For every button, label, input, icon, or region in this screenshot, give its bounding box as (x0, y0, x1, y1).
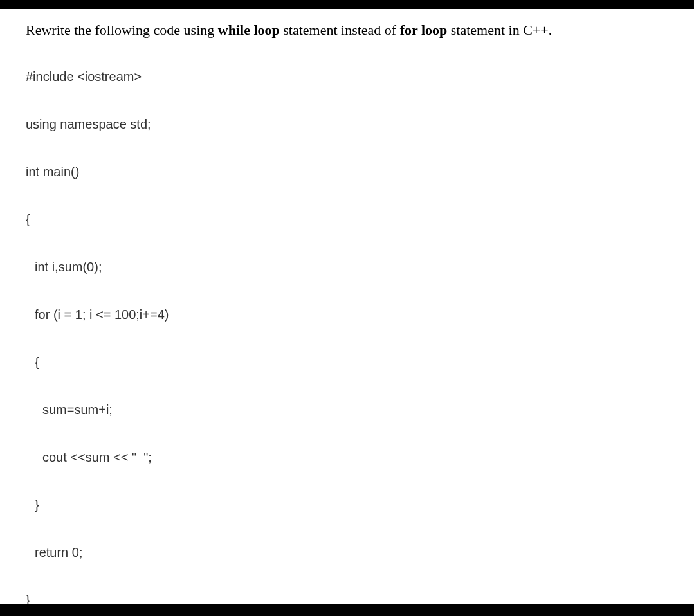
code-line-for-close: } (26, 496, 668, 513)
content-sheet: Rewrite the following code using while l… (0, 9, 694, 604)
bottom-black-bar (0, 604, 694, 616)
question-text: Rewrite the following code using while l… (26, 21, 668, 40)
code-line-for: for (i = 1; i <= 100;i+=4) (26, 306, 668, 323)
code-line-close-brace: } (26, 592, 668, 604)
code-line-sum: sum=sum+i; (26, 401, 668, 418)
code-line-include: #include <iostream> (26, 68, 668, 85)
question-suffix: statement in C++. (447, 22, 552, 38)
code-line-main: int main() (26, 163, 668, 180)
code-line-return: return 0; (26, 544, 668, 561)
code-line-cout: cout <<sum << " "; (26, 449, 668, 466)
code-line-for-open: { (26, 354, 668, 370)
code-line-using: using namespace std; (26, 116, 668, 132)
question-bold-for: for loop (400, 22, 448, 38)
code-line-open-brace: { (26, 211, 668, 228)
question-bold-while: while loop (218, 22, 280, 38)
question-mid: statement instead of (280, 22, 400, 38)
page: Rewrite the following code using while l… (0, 0, 694, 616)
question-prefix: Rewrite the following code using (26, 22, 218, 38)
code-block: #include <iostream> using namespace std;… (26, 68, 668, 604)
top-black-bar (0, 0, 694, 9)
code-line-decl: int i,sum(0); (26, 258, 668, 275)
